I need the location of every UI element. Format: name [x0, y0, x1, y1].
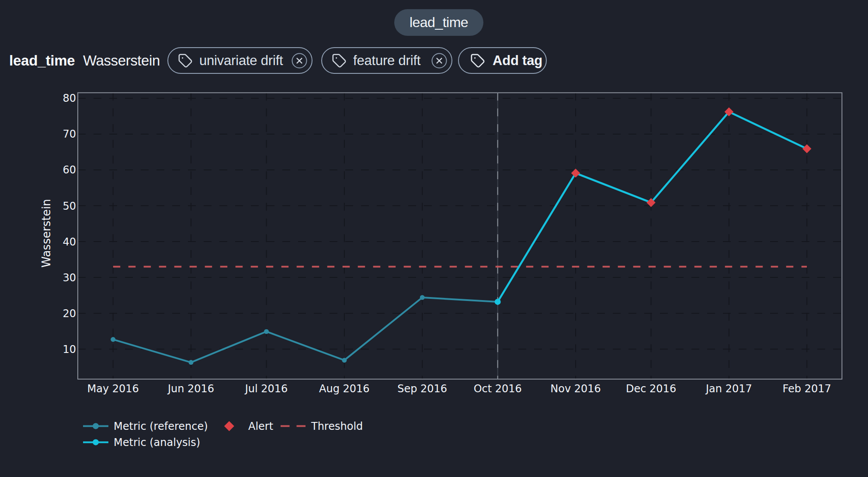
alert-marker [802, 144, 812, 153]
x-tick-label: Sep 2016 [397, 383, 447, 395]
tag-chip-label: univariate drift [199, 53, 283, 69]
y-tick-label: 50 [62, 200, 76, 212]
x-tick-label: Jul 2016 [244, 383, 288, 395]
y-tick-label: 10 [62, 343, 76, 356]
y-tick-label: 60 [62, 164, 76, 176]
legend-reference-marker[interactable] [93, 423, 99, 429]
plot-frame [78, 93, 842, 379]
tag-chip-feature-drift[interactable]: feature drift [321, 47, 452, 74]
tag-chip-univariate-drift[interactable]: univariate drift [167, 47, 312, 74]
tag-chip-label: feature drift [353, 53, 420, 69]
tag-icon [178, 53, 193, 68]
x-tick-label: Nov 2016 [550, 383, 601, 395]
y-tick-label: 20 [62, 308, 76, 320]
reference-metric-line [113, 297, 498, 362]
add-tag-label: Add tag [493, 53, 542, 69]
feature-selector-pill[interactable]: lead_time [394, 9, 483, 36]
analysis-point-marker [495, 299, 501, 305]
analysis-metric-line [498, 112, 807, 302]
reference-point-marker [111, 337, 115, 342]
reference-point-marker [264, 329, 269, 334]
legend-threshold-label[interactable]: Threshold [311, 420, 363, 432]
legend-alert-marker[interactable] [224, 421, 234, 431]
legend-analysis-marker[interactable] [93, 439, 99, 445]
metric-subtitle: Wasserstein [83, 47, 160, 74]
feature-title: lead_time [9, 47, 75, 74]
legend-analysis-label[interactable]: Metric (analysis) [114, 436, 200, 449]
chart-header: lead_time Wasserstein univariate drift f… [0, 47, 868, 74]
y-tick-label: 40 [62, 236, 76, 248]
y-tick-label: 70 [62, 128, 76, 140]
y-tick-label: 30 [62, 272, 76, 284]
x-tick-label: Oct 2016 [474, 383, 522, 395]
y-tick-label: 80 [62, 92, 76, 104]
reference-point-marker [189, 360, 194, 365]
legend-alert-label[interactable]: Alert [248, 420, 273, 432]
tag-icon [332, 53, 347, 68]
y-axis-title: Wasserstein [40, 199, 53, 267]
feature-selector-label: lead_time [410, 14, 468, 31]
x-tick-label: Dec 2016 [626, 383, 676, 395]
tag-icon [470, 53, 485, 68]
x-tick-label: Feb 2017 [783, 383, 831, 395]
x-tick-label: Jan 2017 [705, 383, 752, 395]
reference-point-marker [342, 358, 347, 363]
x-tick-label: Aug 2016 [319, 383, 370, 395]
legend-reference-label[interactable]: Metric (reference) [114, 420, 208, 432]
x-tick-label: May 2016 [87, 383, 139, 395]
remove-tag-icon[interactable] [431, 53, 447, 69]
remove-tag-icon[interactable] [292, 53, 307, 69]
x-tick-label: Jun 2016 [167, 383, 214, 395]
add-tag-button[interactable]: Add tag [458, 47, 547, 74]
reference-point-marker [420, 295, 425, 300]
